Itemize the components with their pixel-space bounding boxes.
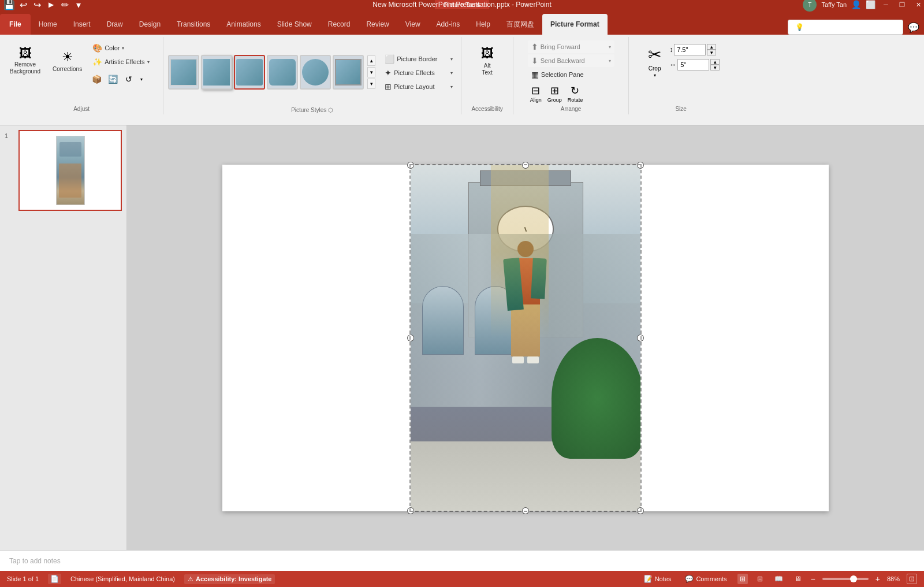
rotate-button[interactable]: ↻ Rotate	[565, 83, 586, 104]
minimize-button[interactable]: ─	[880, 0, 892, 10]
group-button[interactable]: ⊞ Group	[545, 83, 564, 104]
slide-sorter-btn[interactable]: ⊟	[755, 574, 765, 584]
picture-style-6[interactable]	[333, 55, 364, 90]
tab-draw[interactable]: Draw	[99, 14, 131, 35]
reset-dropdown[interactable]: ▾	[137, 72, 146, 87]
tab-record[interactable]: Record	[320, 14, 359, 35]
height-decrement[interactable]: ▼	[707, 50, 716, 55]
tab-review[interactable]: Review	[358, 14, 397, 35]
tell-me-input[interactable]: 💡 Tell me what you want to do	[788, 20, 903, 35]
tab-help[interactable]: Help	[468, 14, 498, 35]
gallery-scroll-down[interactable]: ▼	[367, 67, 375, 77]
handle-top-center[interactable]	[523, 162, 528, 168]
width-decrement[interactable]: ▼	[710, 65, 720, 70]
height-increment[interactable]: ▲	[707, 44, 716, 50]
align-button[interactable]: ⊟ Align	[528, 83, 544, 104]
bring-forward-button[interactable]: ⬆ Bring Forward ▾	[528, 40, 614, 53]
picture-effects-button[interactable]: ✦ Picture Effects ▾	[381, 66, 456, 79]
share-icon[interactable]: 👤	[851, 0, 861, 9]
tab-baidu[interactable]: 百度网盘	[498, 14, 542, 35]
size-group-label: Size	[629, 103, 733, 112]
handle-top-left[interactable]	[408, 162, 413, 168]
handle-top-right[interactable]	[638, 162, 643, 168]
present-icon[interactable]: ▶	[46, 0, 55, 9]
notes-button[interactable]: 📝 Notes	[640, 574, 675, 584]
picture-layout-button[interactable]: ⊞ Picture Layout ▾	[381, 80, 456, 93]
comments-icon[interactable]: 💬	[908, 22, 919, 33]
tab-picture-format[interactable]: Picture Format	[542, 14, 608, 35]
picture-style-3[interactable]	[234, 55, 265, 90]
picture-border-button[interactable]: ⬜ Picture Border ▾	[381, 53, 456, 65]
slide-canvas	[222, 165, 829, 511]
send-backward-label: Send Backward	[541, 57, 585, 64]
group-icon: ⊞	[550, 84, 559, 97]
handle-mid-left[interactable]	[408, 335, 413, 341]
notes-view-icon: 📄	[50, 575, 59, 583]
gallery-scroll-up[interactable]: ▲	[367, 55, 375, 66]
color-button[interactable]: 🎨 Color ▾	[89, 42, 158, 54]
remove-background-button[interactable]: 🖼 Remove Background	[5, 40, 46, 82]
normal-view-btn[interactable]: ⊞	[737, 574, 748, 584]
redo-icon[interactable]: ↪	[32, 0, 42, 9]
arrange-group-label: Arrange	[513, 103, 628, 112]
notes-icon: 📝	[644, 575, 653, 583]
width-icon: ↔	[669, 61, 676, 69]
crop-dropdown[interactable]: ▾	[654, 73, 656, 78]
width-increment[interactable]: ▲	[710, 59, 720, 65]
tab-slideshow[interactable]: Slide Show	[269, 14, 320, 35]
gallery-expand[interactable]: ▾	[367, 79, 375, 89]
crop-label: Crop	[649, 65, 661, 72]
handle-bottom-center[interactable]	[523, 508, 528, 514]
notes-bar[interactable]: Tap to add notes	[0, 550, 924, 571]
tab-animations[interactable]: Animations	[218, 14, 269, 35]
zoom-in-btn[interactable]: +	[875, 574, 880, 584]
save-icon[interactable]: 💾	[5, 0, 14, 9]
picture-style-2[interactable]	[201, 55, 232, 90]
handle-bottom-right[interactable]	[638, 508, 643, 514]
artistic-effects-button[interactable]: ✨ Artistic Effects ▾	[89, 55, 158, 68]
handle-bottom-left[interactable]	[408, 508, 413, 514]
alt-text-button[interactable]: 🖼 AltText	[473, 40, 502, 82]
undo-icon[interactable]: ↩	[18, 0, 28, 9]
tab-design[interactable]: Design	[131, 14, 169, 35]
align-label: Align	[530, 97, 542, 103]
change-picture-button[interactable]: 🔄	[105, 72, 120, 87]
height-input[interactable]	[674, 44, 706, 55]
tab-file[interactable]: File	[0, 14, 31, 35]
picture-style-1[interactable]	[168, 55, 199, 90]
accessibility-button[interactable]: ⚠ Accessibility: Investigate	[184, 574, 275, 584]
slide-thumbnail[interactable]	[18, 130, 122, 211]
alt-text-icon: 🖼	[481, 46, 494, 61]
crop-button[interactable]: ✂ Crop ▾	[642, 40, 667, 82]
selection-pane-button[interactable]: ▦ Selection Pane	[528, 68, 614, 81]
handle-mid-right[interactable]	[638, 335, 643, 341]
corrections-button[interactable]: ☀ Corrections	[48, 40, 87, 82]
selected-image-container[interactable]	[411, 165, 640, 511]
pen-icon[interactable]: ✏	[60, 0, 69, 9]
quick-access-more[interactable]: ▾	[74, 0, 83, 9]
tab-home[interactable]: Home	[31, 14, 65, 35]
zoom-out-btn[interactable]: −	[811, 574, 815, 584]
tab-transitions[interactable]: Transitions	[169, 14, 218, 35]
compress-pictures-button[interactable]: 📦	[89, 72, 104, 87]
width-input[interactable]	[677, 59, 709, 70]
slide-number: 1	[5, 132, 14, 139]
zoom-slider[interactable]	[822, 578, 869, 580]
reading-view-btn[interactable]: 📖	[772, 574, 785, 584]
comments-button[interactable]: 💬 Comments	[681, 574, 730, 584]
tab-addins[interactable]: Add-ins	[429, 14, 468, 35]
fit-slide-btn[interactable]: ⊡	[907, 574, 917, 584]
picture-style-4[interactable]	[267, 55, 298, 90]
ribbon-display-options[interactable]: ⬜	[866, 0, 875, 9]
picture-style-5[interactable]	[300, 55, 331, 90]
tab-insert[interactable]: Insert	[65, 14, 99, 35]
tab-view[interactable]: View	[397, 14, 429, 35]
presenter-view-btn[interactable]: 🖥	[792, 574, 804, 584]
notes-view-button[interactable]: 📄	[48, 574, 61, 584]
reset-picture-button[interactable]: ↺	[121, 72, 136, 87]
expand-icon[interactable]: ⬡	[328, 107, 333, 113]
restore-button[interactable]: ❐	[896, 0, 908, 10]
lightbulb-icon: 💡	[795, 23, 804, 31]
close-button[interactable]: ✕	[912, 0, 924, 10]
send-backward-button[interactable]: ⬇ Send Backward ▾	[528, 54, 614, 67]
